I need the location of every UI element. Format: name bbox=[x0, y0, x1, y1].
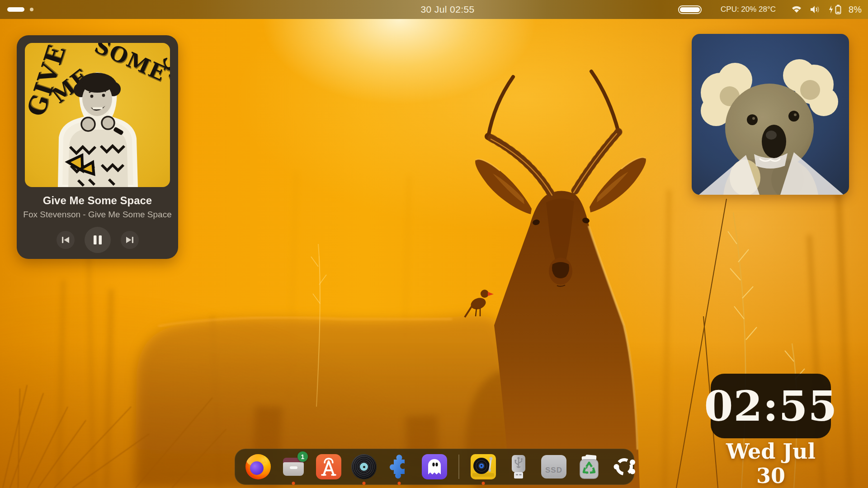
running-indicator bbox=[482, 482, 485, 485]
puzzle-piece-icon bbox=[387, 454, 412, 479]
previous-button[interactable] bbox=[57, 231, 75, 249]
koala-photo bbox=[692, 34, 849, 195]
dock-item-app-center[interactable] bbox=[316, 454, 341, 479]
notification-badge: 1 bbox=[297, 451, 308, 462]
dock-item-ubuntu[interactable] bbox=[612, 454, 637, 479]
album-art: GIVE ME SOME SPACE bbox=[25, 43, 170, 187]
system-tray[interactable]: CPU: 20% 28°C bbox=[678, 0, 862, 19]
ssd-label: SSD bbox=[545, 466, 562, 475]
topbar-datetime[interactable]: 30 Jul 02:55 bbox=[420, 0, 474, 19]
pause-button[interactable] bbox=[85, 227, 111, 253]
dock-item-files[interactable]: 1 bbox=[281, 454, 306, 479]
battery-percent: 8% bbox=[849, 5, 862, 15]
workspace-active-pill[interactable] bbox=[7, 7, 24, 12]
album-art-figure bbox=[25, 43, 170, 187]
skip-previous-icon bbox=[61, 236, 70, 244]
dock-separator bbox=[458, 455, 459, 479]
dock: 1 bbox=[235, 449, 634, 485]
media-player-widget: GIVE ME SOME SPACE bbox=[17, 35, 178, 259]
dock-item-firefox[interactable] bbox=[245, 454, 271, 479]
battery-widget-icon[interactable] bbox=[678, 5, 702, 14]
desktop: 30 Jul 02:55 CPU: 20% 28°C bbox=[0, 0, 868, 488]
workspace-dot[interactable] bbox=[30, 8, 33, 11]
usb-drive-icon bbox=[506, 454, 531, 479]
running-indicator bbox=[363, 482, 366, 485]
vinyl-disc-icon bbox=[351, 454, 377, 479]
clock-widget: 02:55 bbox=[711, 374, 831, 438]
next-button[interactable] bbox=[121, 231, 139, 249]
pause-icon bbox=[93, 235, 103, 245]
dock-item-usb-drive[interactable] bbox=[506, 454, 531, 479]
dock-item-record-player[interactable] bbox=[471, 454, 496, 479]
app-center-icon bbox=[316, 454, 341, 479]
ghost-icon bbox=[422, 454, 447, 479]
running-indicator bbox=[398, 482, 401, 485]
dock-item-trash[interactable] bbox=[576, 454, 602, 479]
media-controls bbox=[57, 227, 139, 253]
skip-next-icon bbox=[126, 236, 134, 244]
running-indicator bbox=[292, 482, 295, 485]
track-title: Give Me Some Space bbox=[43, 194, 152, 207]
clock-date: Wed Jul 30 bbox=[711, 439, 831, 488]
top-bar: 30 Jul 02:55 CPU: 20% 28°C bbox=[0, 0, 868, 19]
volume-icon bbox=[809, 5, 821, 14]
dock-item-extensions[interactable] bbox=[387, 454, 412, 479]
record-player-icon bbox=[471, 454, 496, 479]
ubuntu-logo-icon bbox=[612, 454, 637, 479]
firefox-icon bbox=[245, 454, 271, 479]
dock-item-ssd[interactable]: SSD bbox=[541, 454, 566, 479]
photo-widget bbox=[692, 34, 849, 195]
workspace-indicator[interactable] bbox=[7, 0, 33, 19]
trash-icon bbox=[576, 454, 602, 479]
ssd-drive-icon: SSD bbox=[541, 455, 566, 479]
cpu-temp-indicator: CPU: 20% 28°C bbox=[721, 5, 776, 14]
dock-item-music[interactable] bbox=[351, 454, 377, 479]
track-artist: Fox Stevenson - Give Me Some Space bbox=[23, 210, 171, 220]
clock-time: 02:55 bbox=[704, 382, 838, 431]
wifi-icon bbox=[791, 5, 802, 14]
dock-item-ghostty[interactable] bbox=[422, 454, 447, 479]
charging-battery-icon bbox=[828, 5, 841, 14]
